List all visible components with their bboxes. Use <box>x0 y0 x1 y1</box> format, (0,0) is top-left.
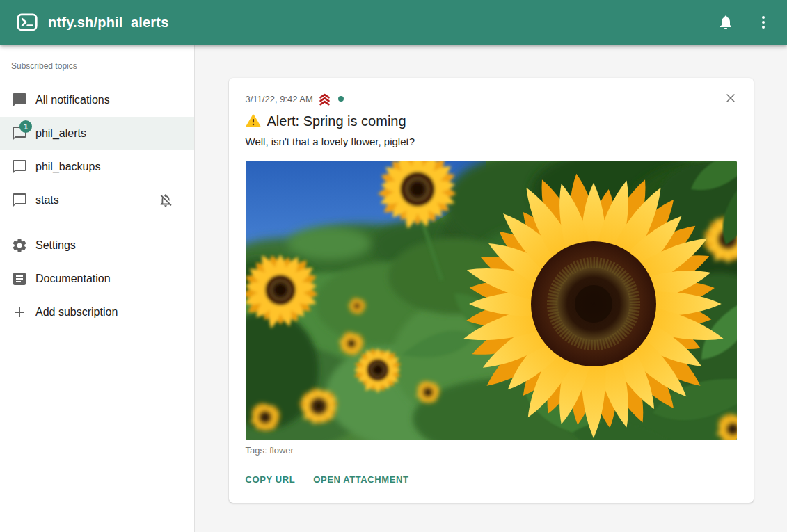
sidebar-item-stats[interactable]: stats <box>0 184 194 217</box>
sidebar-item-label: phil_alerts <box>35 127 86 140</box>
chat-bubble-outline-icon <box>11 192 28 209</box>
sidebar-item-phil-backups[interactable]: phil_backups <box>0 150 194 184</box>
kebab-menu-icon[interactable] <box>755 14 772 31</box>
warning-emoji-icon <box>246 113 261 129</box>
timestamp: 3/11/22, 9:42 AM <box>246 94 313 104</box>
chat-bubble-filled-icon <box>11 92 28 108</box>
sidebar-item-documentation[interactable]: Documentation <box>0 262 194 296</box>
notification-body: Well, isn't that a lovely flower, piglet… <box>246 135 737 149</box>
sidebar-item-all-notifications[interactable]: All notifications <box>0 83 194 117</box>
notification-card: 3/11/22, 9:42 AM <box>229 78 754 503</box>
topic-list: All notifications 1 phil_alerts phil_bac… <box>0 83 194 217</box>
article-icon <box>11 271 28 287</box>
priority-max-icon <box>317 92 332 106</box>
sidebar: Subscribed topics All notifications 1 ph… <box>0 45 195 532</box>
notifications-bell-icon[interactable] <box>717 14 734 31</box>
sidebar-item-label: Settings <box>35 239 76 252</box>
close-icon[interactable] <box>724 91 738 105</box>
sunflower-field-art <box>246 161 737 440</box>
sidebar-item-label: phil_backups <box>35 161 100 173</box>
sidebar-menu: Settings Documentation Add subscription <box>0 229 194 329</box>
notifications-muted-icon <box>158 193 173 208</box>
attachment-image[interactable] <box>246 161 737 440</box>
sidebar-item-label: Add subscription <box>35 306 118 319</box>
chat-bubble-outline-icon: 1 <box>11 125 28 142</box>
sidebar-item-settings[interactable]: Settings <box>0 229 194 262</box>
sidebar-item-add-subscription[interactable]: Add subscription <box>0 296 194 329</box>
notification-title: Alert: Spring is coming <box>267 111 406 131</box>
sidebar-item-label: Documentation <box>35 273 111 285</box>
tags-label: Tags: flower <box>246 445 737 456</box>
sidebar-item-label: All notifications <box>35 94 110 106</box>
plus-icon <box>11 304 28 321</box>
subscribed-topics-label: Subscribed topics <box>0 50 194 78</box>
ntfy-terminal-logo-icon <box>17 13 38 32</box>
chat-bubble-outline-icon <box>11 159 28 175</box>
card-actions: COPY URL OPEN ATTACHMENT <box>246 474 737 485</box>
main-content: 3/11/22, 9:42 AM <box>195 45 787 532</box>
notification-title-row: Alert: Spring is coming <box>246 111 737 131</box>
page-title: ntfy.sh/phil_alerts <box>48 15 168 31</box>
notification-meta: 3/11/22, 9:42 AM <box>246 92 737 106</box>
copy-url-button[interactable]: COPY URL <box>246 474 296 485</box>
open-attachment-button[interactable]: OPEN ATTACHMENT <box>313 474 408 485</box>
sidebar-item-phil-alerts[interactable]: 1 phil_alerts <box>0 117 194 150</box>
unread-dot <box>338 96 344 102</box>
sidebar-item-label: stats <box>35 194 59 207</box>
gear-icon <box>11 237 28 254</box>
unread-count-badge: 1 <box>19 120 32 133</box>
sidebar-divider <box>0 223 194 223</box>
app-bar-actions <box>717 14 772 31</box>
app-bar: ntfy.sh/phil_alerts <box>0 0 787 45</box>
